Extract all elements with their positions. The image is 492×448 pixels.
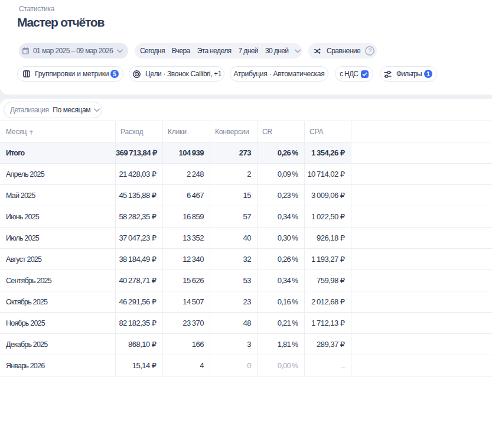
svg-text:?: ? (368, 48, 372, 54)
